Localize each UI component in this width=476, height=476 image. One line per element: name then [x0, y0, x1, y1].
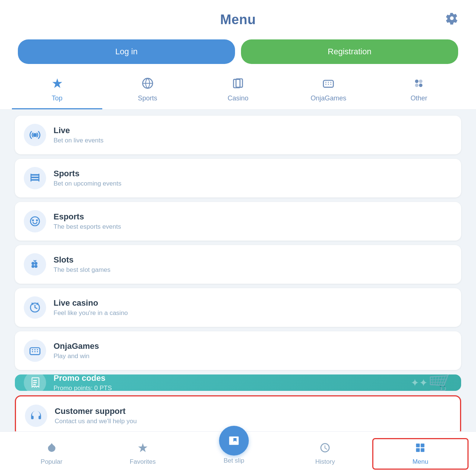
- esports-icon: [24, 210, 46, 232]
- svg-rect-1: [234, 79, 240, 88]
- tab-casino-label: Casino: [228, 94, 248, 102]
- support-subtitle: Contact us and we'll help you: [55, 418, 137, 425]
- svg-point-20: [30, 217, 39, 226]
- svg-point-30: [32, 349, 33, 350]
- esports-title: Esports: [54, 212, 121, 222]
- svg-rect-39: [421, 448, 425, 452]
- nav-tabs: Top Sports Casino: [0, 70, 476, 110]
- onjagames-menu-subtitle: Play and win: [54, 353, 99, 360]
- betslip-label: Bet slip: [223, 457, 244, 464]
- svg-point-14: [33, 133, 37, 137]
- svg-point-6: [328, 82, 329, 83]
- casino-icon: [232, 77, 244, 92]
- bottom-nav-history[interactable]: History: [280, 442, 371, 466]
- history-icon: [319, 442, 331, 456]
- onjagames-icon: [322, 77, 334, 92]
- svg-point-23: [32, 262, 35, 265]
- support-title: Customer support: [55, 406, 137, 416]
- svg-point-22: [36, 219, 38, 221]
- sports-menu-icon: [24, 167, 46, 189]
- tab-other[interactable]: Other: [374, 73, 464, 109]
- promo-subtitle: Promo points: 0 PTS: [54, 385, 452, 391]
- betslip-circle: [219, 426, 249, 456]
- settings-button[interactable]: [446, 12, 458, 28]
- menu-item-slots[interactable]: Slots The best slot games: [15, 245, 461, 284]
- svg-point-8: [331, 82, 332, 83]
- svg-point-34: [37, 349, 38, 350]
- bottom-nav-favorites[interactable]: Favorites: [97, 442, 188, 466]
- live-casino-title: Live casino: [54, 298, 128, 308]
- promo-card[interactable]: Promo codes Promo points: 0 PTS ✦✦ 🛒: [15, 374, 461, 391]
- menu-item-live-casino[interactable]: Live casino Feel like you're in a casino: [15, 288, 461, 327]
- tab-onjagames-label: OnjaGames: [311, 94, 346, 102]
- tab-top[interactable]: Top: [12, 73, 102, 109]
- gear-icon: [446, 12, 458, 25]
- popular-label: Popular: [41, 458, 62, 466]
- other-icon: [413, 77, 425, 92]
- promo-icon: [24, 374, 46, 391]
- login-button[interactable]: Log in: [18, 39, 235, 64]
- register-button[interactable]: Registration: [241, 39, 458, 64]
- tab-onjagames[interactable]: OnjaGames: [283, 73, 374, 109]
- svg-point-26: [35, 265, 38, 268]
- svg-rect-36: [416, 444, 420, 447]
- svg-point-13: [419, 84, 422, 87]
- slots-title: Slots: [54, 255, 110, 265]
- sports-menu-title: Sports: [54, 169, 121, 178]
- live-casino-subtitle: Feel like you're in a casino: [54, 309, 128, 317]
- svg-rect-16: [30, 177, 39, 178]
- menu-item-esports[interactable]: Esports The best esports events: [15, 202, 461, 241]
- slots-icon: [24, 253, 46, 276]
- menu-item-onjagames[interactable]: OnjaGames Play and win: [15, 331, 461, 370]
- svg-point-24: [32, 265, 35, 268]
- bottom-nav-popular[interactable]: Popular: [6, 442, 97, 466]
- popular-icon: [46, 442, 57, 456]
- slots-subtitle: The best slot games: [54, 266, 110, 274]
- svg-rect-38: [416, 448, 420, 452]
- svg-point-9: [331, 84, 332, 85]
- svg-line-28: [35, 260, 36, 261]
- svg-point-10: [415, 80, 418, 83]
- svg-rect-17: [30, 179, 39, 181]
- svg-point-31: [32, 351, 33, 352]
- svg-point-12: [415, 84, 418, 87]
- svg-point-4: [325, 82, 327, 83]
- tab-sports[interactable]: Sports: [102, 73, 193, 109]
- sports-menu-subtitle: Bet on upcoming events: [54, 180, 121, 187]
- svg-point-25: [35, 262, 38, 265]
- auth-row: Log in Registration: [0, 33, 476, 70]
- sports-icon: [142, 77, 154, 92]
- onjagames-menu-icon: [24, 340, 46, 362]
- live-title: Live: [54, 126, 103, 135]
- tab-other-label: Other: [411, 94, 427, 102]
- support-icon: [25, 405, 47, 427]
- bottom-nav-betslip[interactable]: Bet slip: [188, 426, 279, 464]
- live-icon: [24, 124, 46, 146]
- svg-point-32: [34, 349, 35, 350]
- header: Menu: [0, 0, 476, 33]
- svg-rect-15: [30, 174, 39, 176]
- tab-casino[interactable]: Casino: [193, 73, 283, 109]
- menu-grid-icon: [415, 442, 426, 456]
- svg-point-7: [328, 84, 329, 85]
- history-label: History: [315, 458, 335, 466]
- svg-rect-18: [30, 174, 32, 181]
- top-icon: [51, 77, 63, 92]
- bottom-nav: Popular Favorites Bet slip History: [0, 431, 476, 476]
- svg-point-21: [32, 219, 34, 221]
- esports-subtitle: The best esports events: [54, 223, 121, 231]
- tab-sports-label: Sports: [138, 94, 157, 102]
- svg-point-11: [419, 80, 422, 83]
- favorites-label: Favorites: [130, 458, 156, 466]
- menu-content: Live Bet on live events Sports Bet on up…: [0, 110, 476, 431]
- svg-point-33: [34, 351, 35, 352]
- bottom-nav-menu[interactable]: Menu: [372, 438, 469, 470]
- svg-rect-2: [236, 79, 242, 87]
- menu-label: Menu: [412, 458, 428, 466]
- live-subtitle: Bet on live events: [54, 137, 103, 144]
- onjagames-menu-title: OnjaGames: [54, 341, 99, 351]
- svg-point-5: [325, 84, 327, 85]
- live-casino-icon: [24, 296, 46, 319]
- menu-item-sports[interactable]: Sports Bet on upcoming events: [15, 159, 461, 197]
- menu-item-live[interactable]: Live Bet on live events: [15, 116, 461, 154]
